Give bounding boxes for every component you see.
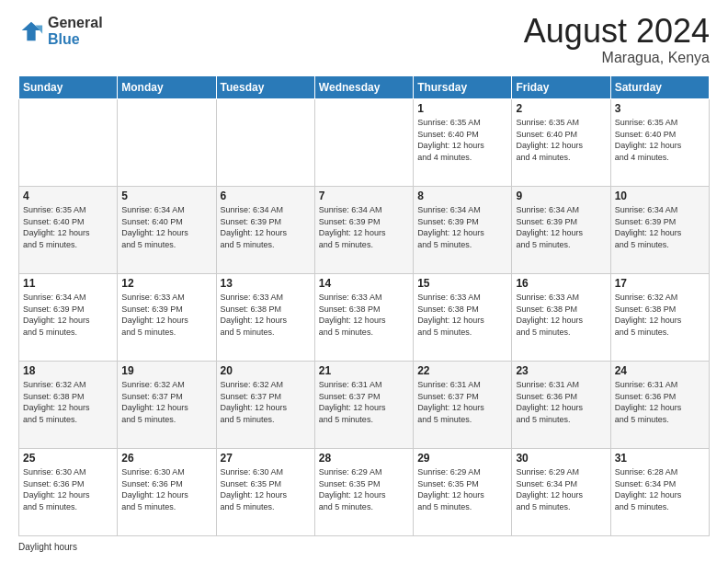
svg-marker-0: [22, 21, 41, 40]
table-row: 25Sunrise: 6:30 AM Sunset: 6:36 PM Dayli…: [19, 449, 118, 536]
table-row: 22Sunrise: 6:31 AM Sunset: 6:37 PM Dayli…: [414, 362, 512, 449]
table-row: 10Sunrise: 6:34 AM Sunset: 6:39 PM Dayli…: [610, 187, 709, 274]
day-info: Sunrise: 6:33 AM Sunset: 6:39 PM Dayligh…: [121, 292, 211, 338]
day-info: Sunrise: 6:35 AM Sunset: 6:40 PM Dayligh…: [615, 117, 705, 163]
header-friday: Friday: [512, 76, 610, 99]
day-info: Sunrise: 6:28 AM Sunset: 6:34 PM Dayligh…: [615, 466, 705, 512]
day-info: Sunrise: 6:33 AM Sunset: 6:38 PM Dayligh…: [516, 292, 606, 338]
table-row: 15Sunrise: 6:33 AM Sunset: 6:38 PM Dayli…: [414, 274, 512, 362]
day-info: Sunrise: 6:34 AM Sunset: 6:39 PM Dayligh…: [319, 204, 409, 250]
day-info: Sunrise: 6:29 AM Sunset: 6:35 PM Dayligh…: [417, 466, 507, 512]
table-row: 9Sunrise: 6:34 AM Sunset: 6:39 PM Daylig…: [512, 187, 610, 274]
logo-icon: [18, 18, 44, 44]
calendar-week-row: 1Sunrise: 6:35 AM Sunset: 6:40 PM Daylig…: [19, 99, 710, 187]
table-row: 29Sunrise: 6:29 AM Sunset: 6:35 PM Dayli…: [414, 449, 512, 536]
title-block: August 2024 Maragua, Kenya: [524, 15, 710, 66]
day-info: Sunrise: 6:34 AM Sunset: 6:39 PM Dayligh…: [417, 204, 507, 250]
table-row: 21Sunrise: 6:31 AM Sunset: 6:37 PM Dayli…: [314, 362, 413, 449]
day-info: Sunrise: 6:31 AM Sunset: 6:37 PM Dayligh…: [417, 379, 507, 425]
table-row: 16Sunrise: 6:33 AM Sunset: 6:38 PM Dayli…: [512, 274, 610, 362]
table-row: 18Sunrise: 6:32 AM Sunset: 6:38 PM Dayli…: [19, 362, 118, 449]
table-row: 12Sunrise: 6:33 AM Sunset: 6:39 PM Dayli…: [118, 274, 216, 362]
day-number: 13: [221, 277, 311, 290]
day-number: 16: [516, 277, 606, 290]
calendar-week-row: 11Sunrise: 6:34 AM Sunset: 6:39 PM Dayli…: [19, 274, 710, 362]
day-number: 7: [319, 190, 409, 202]
logo: General Blue: [18, 15, 103, 47]
day-info: Sunrise: 6:34 AM Sunset: 6:39 PM Dayligh…: [221, 204, 311, 250]
header-thursday: Thursday: [414, 76, 512, 99]
day-info: Sunrise: 6:34 AM Sunset: 6:39 PM Dayligh…: [516, 204, 606, 250]
day-number: 22: [417, 364, 507, 377]
table-row: 28Sunrise: 6:29 AM Sunset: 6:35 PM Dayli…: [314, 449, 413, 536]
table-row: 2Sunrise: 6:35 AM Sunset: 6:40 PM Daylig…: [512, 99, 610, 187]
day-number: 11: [23, 277, 113, 290]
calendar-week-row: 4Sunrise: 6:35 AM Sunset: 6:40 PM Daylig…: [19, 187, 710, 274]
table-row: 7Sunrise: 6:34 AM Sunset: 6:39 PM Daylig…: [314, 187, 413, 274]
day-number: 20: [221, 364, 311, 377]
day-info: Sunrise: 6:30 AM Sunset: 6:35 PM Dayligh…: [221, 466, 311, 512]
table-row: 4Sunrise: 6:35 AM Sunset: 6:40 PM Daylig…: [19, 187, 118, 274]
header-sunday: Sunday: [19, 76, 118, 99]
footer-label: Daylight hours: [18, 542, 77, 552]
day-number: 6: [221, 190, 311, 202]
logo-line1: General: [48, 15, 103, 31]
day-info: Sunrise: 6:31 AM Sunset: 6:37 PM Dayligh…: [319, 379, 409, 425]
day-number: 25: [23, 452, 113, 465]
table-row: 30Sunrise: 6:29 AM Sunset: 6:34 PM Dayli…: [512, 449, 610, 536]
table-row: 5Sunrise: 6:34 AM Sunset: 6:40 PM Daylig…: [118, 187, 216, 274]
day-number: 9: [516, 190, 606, 202]
day-number: 27: [221, 452, 311, 465]
header: General Blue August 2024 Maragua, Kenya: [18, 15, 710, 66]
day-number: 23: [516, 364, 606, 377]
header-monday: Monday: [118, 76, 216, 99]
calendar-week-row: 18Sunrise: 6:32 AM Sunset: 6:38 PM Dayli…: [19, 362, 710, 449]
day-number: 18: [23, 364, 113, 377]
day-number: 4: [23, 190, 113, 202]
day-info: Sunrise: 6:32 AM Sunset: 6:38 PM Dayligh…: [23, 379, 113, 425]
table-row: 24Sunrise: 6:31 AM Sunset: 6:36 PM Dayli…: [610, 362, 709, 449]
day-number: 29: [417, 452, 507, 465]
day-number: 8: [417, 190, 507, 202]
table-row: 31Sunrise: 6:28 AM Sunset: 6:34 PM Dayli…: [610, 449, 709, 536]
calendar-table: Sunday Monday Tuesday Wednesday Thursday…: [18, 75, 710, 536]
day-info: Sunrise: 6:32 AM Sunset: 6:37 PM Dayligh…: [121, 379, 211, 425]
table-row: [216, 99, 314, 187]
calendar-page: General Blue August 2024 Maragua, Kenya …: [0, 0, 728, 563]
table-row: [19, 99, 118, 187]
day-number: 15: [417, 277, 507, 290]
day-number: 21: [319, 364, 409, 377]
table-row: 13Sunrise: 6:33 AM Sunset: 6:38 PM Dayli…: [216, 274, 314, 362]
day-info: Sunrise: 6:34 AM Sunset: 6:40 PM Dayligh…: [121, 204, 211, 250]
header-wednesday: Wednesday: [314, 76, 413, 99]
day-info: Sunrise: 6:33 AM Sunset: 6:38 PM Dayligh…: [319, 292, 409, 338]
day-number: 31: [615, 452, 705, 465]
table-row: 19Sunrise: 6:32 AM Sunset: 6:37 PM Dayli…: [118, 362, 216, 449]
day-number: 2: [516, 102, 606, 115]
day-number: 3: [615, 102, 705, 115]
location-title: Maragua, Kenya: [524, 50, 710, 66]
day-info: Sunrise: 6:29 AM Sunset: 6:34 PM Dayligh…: [516, 466, 606, 512]
table-row: 8Sunrise: 6:34 AM Sunset: 6:39 PM Daylig…: [414, 187, 512, 274]
table-row: 11Sunrise: 6:34 AM Sunset: 6:39 PM Dayli…: [19, 274, 118, 362]
table-row: [314, 99, 413, 187]
day-info: Sunrise: 6:35 AM Sunset: 6:40 PM Dayligh…: [417, 117, 507, 163]
day-info: Sunrise: 6:30 AM Sunset: 6:36 PM Dayligh…: [121, 466, 211, 512]
day-info: Sunrise: 6:33 AM Sunset: 6:38 PM Dayligh…: [221, 292, 311, 338]
header-tuesday: Tuesday: [216, 76, 314, 99]
table-row: 20Sunrise: 6:32 AM Sunset: 6:37 PM Dayli…: [216, 362, 314, 449]
day-number: 26: [121, 452, 211, 465]
day-number: 30: [516, 452, 606, 465]
table-row: 1Sunrise: 6:35 AM Sunset: 6:40 PM Daylig…: [414, 99, 512, 187]
day-info: Sunrise: 6:32 AM Sunset: 6:38 PM Dayligh…: [615, 292, 705, 338]
day-number: 24: [615, 364, 705, 377]
logo-line2: Blue: [48, 31, 103, 48]
day-info: Sunrise: 6:30 AM Sunset: 6:36 PM Dayligh…: [23, 466, 113, 512]
day-number: 28: [319, 452, 409, 465]
footer: Daylight hours: [18, 542, 710, 552]
calendar-header-row: Sunday Monday Tuesday Wednesday Thursday…: [19, 76, 710, 99]
day-number: 14: [319, 277, 409, 290]
day-info: Sunrise: 6:34 AM Sunset: 6:39 PM Dayligh…: [23, 292, 113, 338]
table-row: [118, 99, 216, 187]
day-info: Sunrise: 6:35 AM Sunset: 6:40 PM Dayligh…: [516, 117, 606, 163]
